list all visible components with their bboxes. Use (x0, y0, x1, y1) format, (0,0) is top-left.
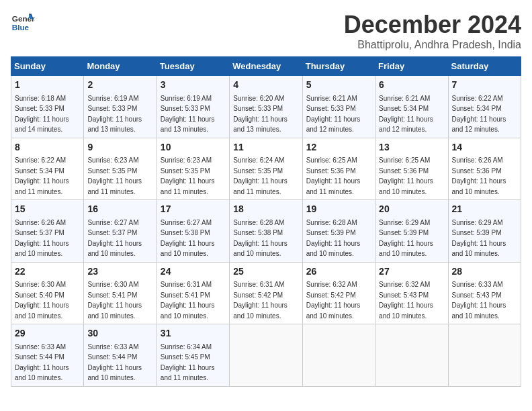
day-number: 15 (15, 203, 80, 216)
cell-sunrise: Sunrise: 6:23 AM (87, 156, 138, 164)
calendar-cell: 19 Sunrise: 6:28 AM Sunset: 5:39 PM Dayl… (302, 200, 375, 263)
cell-daylight: Daylight: 11 hours and 13 minutes. (87, 116, 142, 134)
calendar-cell: 24 Sunrise: 6:31 AM Sunset: 5:41 PM Dayl… (157, 262, 229, 324)
day-number: 17 (161, 203, 226, 216)
day-number: 30 (87, 327, 152, 340)
day-number: 21 (452, 203, 517, 216)
day-number: 27 (379, 265, 444, 279)
cell-sunrise: Sunrise: 6:27 AM (161, 219, 212, 226)
cell-sunset: Sunset: 5:35 PM (161, 167, 210, 175)
cell-sunrise: Sunrise: 6:18 AM (15, 95, 66, 102)
calendar-cell: 25 Sunrise: 6:31 AM Sunset: 5:42 PM Dayl… (230, 262, 302, 324)
cell-sunset: Sunset: 5:35 PM (233, 167, 283, 175)
day-number: 22 (15, 265, 80, 279)
cell-sunrise: Sunrise: 6:25 AM (379, 156, 430, 164)
weekday-header-row: SundayMondayTuesdayWednesdayThursdayFrid… (11, 57, 521, 76)
cell-daylight: Daylight: 11 hours and 10 minutes. (87, 240, 142, 258)
cell-sunset: Sunset: 5:33 PM (87, 105, 137, 112)
cell-sunset: Sunset: 5:43 PM (452, 291, 502, 299)
calendar-table: SundayMondayTuesdayWednesdayThursdayFrid… (11, 56, 521, 387)
calendar-cell: 28 Sunrise: 6:33 AM Sunset: 5:43 PM Dayl… (448, 262, 521, 324)
day-number: 6 (379, 79, 444, 92)
cell-daylight: Daylight: 11 hours and 10 minutes. (161, 302, 215, 320)
cell-sunrise: Sunrise: 6:33 AM (15, 343, 66, 351)
cell-daylight: Daylight: 11 hours and 10 minutes. (306, 240, 361, 258)
day-number: 1 (15, 79, 80, 92)
day-number: 28 (452, 265, 517, 279)
weekday-header-wednesday: Wednesday (230, 57, 302, 76)
weekday-header-monday: Monday (84, 57, 157, 76)
cell-daylight: Daylight: 11 hours and 10 minutes. (379, 177, 433, 195)
cell-sunrise: Sunrise: 6:30 AM (15, 281, 66, 288)
cell-sunrise: Sunrise: 6:32 AM (306, 281, 357, 288)
day-number: 18 (233, 203, 298, 216)
cell-daylight: Daylight: 11 hours and 10 minutes. (306, 302, 361, 320)
cell-sunrise: Sunrise: 6:31 AM (233, 281, 284, 288)
calendar-cell: 5 Sunrise: 6:21 AM Sunset: 5:33 PM Dayli… (302, 76, 375, 138)
calendar-cell: 9 Sunrise: 6:23 AM Sunset: 5:35 PM Dayli… (84, 138, 157, 200)
calendar-cell: 13 Sunrise: 6:25 AM Sunset: 5:36 PM Dayl… (375, 138, 448, 200)
cell-sunrise: Sunrise: 6:21 AM (379, 95, 430, 102)
cell-daylight: Daylight: 11 hours and 10 minutes. (87, 302, 142, 320)
day-number: 24 (161, 265, 226, 279)
cell-sunset: Sunset: 5:33 PM (233, 105, 283, 112)
day-number: 23 (87, 265, 152, 279)
cell-daylight: Daylight: 11 hours and 11 minutes. (161, 364, 215, 382)
cell-sunrise: Sunrise: 6:24 AM (233, 156, 284, 164)
cell-sunset: Sunset: 5:44 PM (87, 353, 137, 361)
cell-sunrise: Sunrise: 6:23 AM (161, 156, 212, 164)
cell-sunset: Sunset: 5:34 PM (15, 167, 64, 175)
cell-sunset: Sunset: 5:34 PM (452, 105, 502, 112)
cell-daylight: Daylight: 11 hours and 12 minutes. (379, 116, 433, 134)
cell-sunrise: Sunrise: 6:28 AM (233, 219, 284, 226)
cell-sunrise: Sunrise: 6:21 AM (306, 95, 357, 102)
calendar-cell: 3 Sunrise: 6:19 AM Sunset: 5:33 PM Dayli… (157, 76, 229, 138)
cell-sunrise: Sunrise: 6:29 AM (379, 219, 430, 226)
cell-sunrise: Sunrise: 6:29 AM (452, 219, 503, 226)
cell-daylight: Daylight: 11 hours and 10 minutes. (233, 302, 287, 320)
cell-sunrise: Sunrise: 6:22 AM (15, 156, 66, 164)
cell-daylight: Daylight: 11 hours and 10 minutes. (379, 302, 433, 320)
cell-sunrise: Sunrise: 6:22 AM (452, 95, 503, 102)
day-number: 20 (379, 203, 444, 216)
day-number: 11 (233, 141, 298, 154)
cell-sunset: Sunset: 5:42 PM (233, 291, 283, 299)
day-number: 3 (161, 79, 226, 92)
day-number: 29 (15, 327, 80, 340)
weekday-header-tuesday: Tuesday (157, 57, 229, 76)
cell-sunset: Sunset: 5:34 PM (379, 105, 429, 112)
logo: General Blue (11, 11, 35, 35)
logo-icon: General Blue (11, 11, 35, 35)
calendar-cell: 27 Sunrise: 6:32 AM Sunset: 5:43 PM Dayl… (375, 262, 448, 324)
cell-sunset: Sunset: 5:36 PM (452, 167, 502, 175)
calendar-cell: 11 Sunrise: 6:24 AM Sunset: 5:35 PM Dayl… (230, 138, 302, 200)
cell-sunrise: Sunrise: 6:33 AM (87, 343, 138, 351)
location-title: Bhattiprolu, Andhra Pradesh, India (344, 39, 521, 51)
calendar-week-row: 15 Sunrise: 6:26 AM Sunset: 5:37 PM Dayl… (11, 200, 521, 263)
calendar-cell: 22 Sunrise: 6:30 AM Sunset: 5:40 PM Dayl… (11, 262, 84, 324)
cell-daylight: Daylight: 11 hours and 11 minutes. (87, 177, 142, 195)
cell-sunset: Sunset: 5:38 PM (161, 229, 210, 236)
cell-sunrise: Sunrise: 6:34 AM (161, 343, 212, 351)
cell-daylight: Daylight: 11 hours and 13 minutes. (233, 116, 287, 134)
cell-daylight: Daylight: 11 hours and 11 minutes. (15, 177, 69, 195)
calendar-cell: 15 Sunrise: 6:26 AM Sunset: 5:37 PM Dayl… (11, 200, 84, 263)
day-number: 8 (15, 141, 80, 154)
day-number: 25 (233, 265, 298, 279)
day-number: 2 (87, 79, 152, 92)
cell-sunrise: Sunrise: 6:26 AM (452, 156, 503, 164)
cell-daylight: Daylight: 11 hours and 10 minutes. (15, 302, 69, 320)
cell-sunrise: Sunrise: 6:28 AM (306, 219, 357, 226)
calendar-week-row: 29 Sunrise: 6:33 AM Sunset: 5:44 PM Dayl… (11, 324, 521, 387)
cell-sunset: Sunset: 5:39 PM (452, 229, 502, 236)
calendar-cell: 26 Sunrise: 6:32 AM Sunset: 5:42 PM Dayl… (302, 262, 375, 324)
day-number: 26 (306, 265, 371, 279)
calendar-cell: 23 Sunrise: 6:30 AM Sunset: 5:41 PM Dayl… (84, 262, 157, 324)
cell-sunset: Sunset: 5:37 PM (87, 229, 137, 236)
cell-sunset: Sunset: 5:41 PM (161, 291, 210, 299)
cell-sunrise: Sunrise: 6:30 AM (87, 281, 138, 288)
calendar-week-row: 22 Sunrise: 6:30 AM Sunset: 5:40 PM Dayl… (11, 262, 521, 324)
cell-daylight: Daylight: 11 hours and 10 minutes. (379, 240, 433, 258)
page-header: General Blue December 2024 Bhattiprolu, … (11, 11, 521, 51)
cell-sunset: Sunset: 5:40 PM (15, 291, 64, 299)
